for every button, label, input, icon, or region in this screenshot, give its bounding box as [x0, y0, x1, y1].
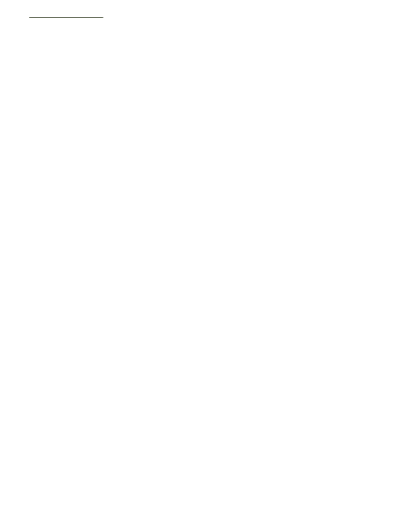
waveshare-logo: Wave Share: [29, 17, 104, 18]
